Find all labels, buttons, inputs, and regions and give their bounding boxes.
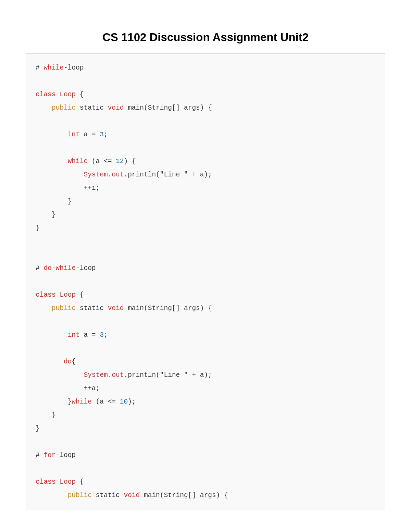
number-literal: 12 — [116, 158, 124, 165]
keyword-public: public — [52, 104, 76, 112]
brace: { — [76, 478, 84, 486]
brace-close: } — [52, 411, 56, 419]
class-name: Loop — [60, 478, 76, 486]
comment-text: -loop — [76, 264, 96, 272]
comment-text: -loop — [56, 451, 76, 459]
println-call: .println("Line " + a); — [124, 171, 212, 178]
page-title: CS 1102 Discussion Assignment Unit2 — [26, 31, 385, 44]
identifier-system: System — [84, 371, 108, 379]
keyword-int: int — [68, 331, 80, 339]
class-name: Loop — [60, 91, 76, 98]
semicolon: ; — [104, 131, 108, 138]
identifier-system: System — [84, 171, 108, 178]
class-name: Loop — [60, 291, 76, 299]
number-literal: 3 — [100, 331, 104, 339]
brace-close: } — [68, 398, 72, 406]
var-decl: a = — [80, 131, 100, 138]
keyword-static: static — [92, 492, 124, 499]
comment-hash: # — [36, 264, 43, 272]
cond-close: ) { — [124, 158, 136, 165]
keyword-static: static — [76, 104, 108, 112]
brace: { — [76, 91, 84, 98]
dot: . — [108, 371, 112, 379]
code-block: # while-loop class Loop { public static … — [26, 53, 385, 510]
brace-close: } — [36, 224, 40, 232]
increment-stmt: ++i; — [84, 184, 100, 192]
semicolon: ; — [104, 331, 108, 339]
comment-keyword: while — [56, 264, 76, 272]
keyword-do: do — [64, 358, 72, 366]
keyword-void: void — [108, 305, 124, 312]
number-literal: 3 — [100, 131, 104, 138]
dot: . — [108, 171, 112, 178]
brace: { — [76, 291, 84, 299]
var-decl: a = — [80, 331, 100, 339]
comment-hash: # — [36, 64, 43, 72]
keyword-while: while — [68, 158, 88, 165]
keyword-void: void — [108, 104, 124, 112]
keyword-void: void — [124, 492, 140, 499]
keyword-static: static — [76, 305, 108, 312]
while-cond: (a <= — [88, 158, 116, 165]
brace-open: { — [72, 358, 76, 366]
keyword-class: class — [36, 91, 56, 98]
main-signature: main(String[] args) { — [140, 492, 228, 499]
comment-dash: - — [52, 264, 56, 272]
identifier-out: out — [112, 371, 124, 379]
brace-close: } — [68, 198, 72, 205]
while-cond: (a <= — [92, 398, 120, 406]
number-literal: 10 — [120, 398, 128, 406]
comment-text: -loop — [64, 64, 84, 72]
comment-keyword: for — [43, 451, 55, 459]
increment-stmt: ++a; — [84, 385, 100, 392]
keyword-while: while — [72, 398, 92, 406]
keyword-int: int — [68, 131, 80, 138]
println-call: .println("Line " + a); — [124, 371, 212, 379]
identifier-out: out — [112, 171, 124, 178]
comment-hash: # — [36, 451, 43, 459]
main-signature: main(String[] args) { — [124, 104, 212, 112]
comment-keyword: while — [43, 64, 64, 72]
keyword-class: class — [36, 291, 56, 299]
keyword-public: public — [68, 492, 92, 499]
comment-keyword: do — [43, 264, 51, 272]
brace-close: } — [52, 211, 56, 219]
keyword-class: class — [36, 478, 56, 486]
cond-close: ); — [128, 398, 136, 406]
main-signature: main(String[] args) { — [124, 305, 212, 312]
keyword-public: public — [52, 305, 76, 312]
brace-close: } — [36, 425, 40, 432]
